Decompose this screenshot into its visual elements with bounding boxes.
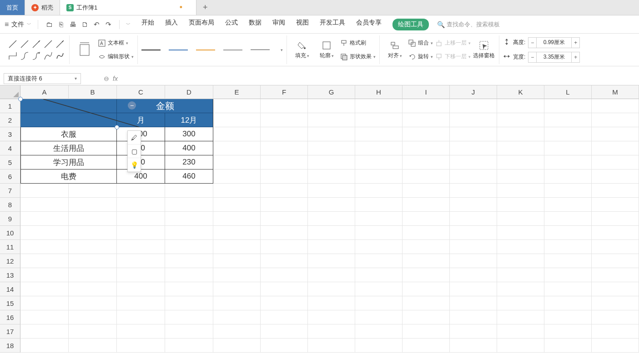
cell-empty[interactable]: [592, 113, 639, 127]
height-dec[interactable]: −: [528, 38, 537, 48]
tab-add-button[interactable]: +: [196, 0, 214, 15]
line-tool-1[interactable]: [7, 39, 18, 50]
menu-page-layout[interactable]: 页面布局: [189, 19, 214, 30]
name-box-dropdown-icon[interactable]: ▾: [75, 76, 77, 81]
qat-customize-icon[interactable]: ﹀: [126, 21, 131, 28]
col-header-G[interactable]: G: [308, 85, 355, 99]
cell-month11[interactable]: 月: [117, 113, 165, 127]
cell-empty[interactable]: [592, 198, 639, 212]
file-menu[interactable]: 文件: [11, 20, 24, 29]
cell-empty[interactable]: [213, 240, 261, 254]
cell-empty[interactable]: [69, 339, 117, 353]
menu-insert[interactable]: 插入: [165, 19, 178, 30]
cell-empty[interactable]: [20, 226, 69, 240]
cell-empty[interactable]: [355, 184, 403, 198]
cell-empty[interactable]: [450, 254, 497, 268]
cell-empty[interactable]: [117, 296, 165, 310]
cell-empty[interactable]: [403, 240, 450, 254]
cell-empty[interactable]: [592, 339, 639, 353]
selection-pane-button[interactable]: 选择窗格: [473, 40, 495, 60]
cell-empty[interactable]: [308, 296, 355, 310]
collapse-badge-icon[interactable]: −: [128, 101, 136, 110]
row-header-5[interactable]: 5: [0, 155, 20, 170]
cell-empty[interactable]: [308, 282, 355, 296]
cell-empty[interactable]: [355, 212, 403, 226]
cell-empty[interactable]: [308, 170, 355, 184]
cell-empty[interactable]: [592, 99, 639, 113]
text-box-button[interactable]: A 文本框 ▾: [98, 37, 134, 49]
row-header-15[interactable]: 15: [0, 296, 20, 310]
cell-empty[interactable]: [261, 296, 308, 310]
cell-empty[interactable]: [20, 339, 69, 353]
cell-empty[interactable]: [261, 324, 308, 339]
height-inc[interactable]: +: [571, 38, 579, 48]
cell-empty[interactable]: [308, 226, 355, 240]
print-direct-icon[interactable]: 🗋: [80, 20, 89, 29]
cell-empty[interactable]: [403, 282, 450, 296]
cell-A2B2[interactable]: [20, 113, 117, 127]
cell-empty[interactable]: [544, 240, 592, 254]
cell-empty[interactable]: [213, 141, 261, 155]
cell-empty[interactable]: [497, 324, 544, 339]
cell-empty[interactable]: [403, 268, 450, 282]
cell-empty[interactable]: [592, 184, 639, 198]
width-dec[interactable]: −: [528, 52, 537, 62]
cell-empty[interactable]: [403, 184, 450, 198]
cell-empty[interactable]: [165, 268, 213, 282]
row-header-9[interactable]: 9: [0, 212, 20, 226]
cell-empty[interactable]: [20, 184, 69, 198]
cell-empty[interactable]: [403, 127, 450, 141]
cell-empty[interactable]: [450, 282, 497, 296]
cell-empty[interactable]: [213, 310, 261, 324]
cell-empty[interactable]: [117, 324, 165, 339]
cell-empty[interactable]: [355, 127, 403, 141]
cell-empty[interactable]: [261, 113, 308, 127]
cell-empty[interactable]: [213, 99, 261, 113]
cell-empty[interactable]: [403, 310, 450, 324]
formula-input[interactable]: [122, 73, 635, 84]
cell-empty[interactable]: [403, 339, 450, 353]
cell-empty[interactable]: [213, 113, 261, 127]
cell-empty[interactable]: [592, 170, 639, 184]
cell-empty[interactable]: [213, 198, 261, 212]
cell-empty[interactable]: [20, 324, 69, 339]
cell-empty[interactable]: [403, 296, 450, 310]
cell-empty[interactable]: [165, 226, 213, 240]
line-tool-3[interactable]: [31, 39, 42, 50]
cell-empty[interactable]: [165, 184, 213, 198]
cell-empty[interactable]: [450, 141, 497, 155]
cell-empty[interactable]: [355, 240, 403, 254]
cell-empty[interactable]: [308, 184, 355, 198]
menu-data[interactable]: 数据: [249, 19, 262, 30]
tab-home[interactable]: 首页: [0, 0, 25, 15]
cell-empty[interactable]: [308, 198, 355, 212]
cell-empty[interactable]: [544, 99, 592, 113]
cell-empty[interactable]: [165, 324, 213, 339]
cell-row4-d[interactable]: 460: [165, 170, 213, 184]
cell-empty[interactable]: [450, 155, 497, 170]
width-input[interactable]: − 3.35厘米 +: [528, 52, 580, 63]
align-button[interactable]: 对齐▾: [383, 40, 406, 60]
line-style-black[interactable]: [141, 50, 161, 50]
cell-empty[interactable]: [497, 113, 544, 127]
cell-empty[interactable]: [117, 184, 165, 198]
col-header-A[interactable]: A: [20, 85, 69, 99]
cell-empty[interactable]: [403, 170, 450, 184]
cell-empty[interactable]: [544, 170, 592, 184]
cell-row3-d[interactable]: 230: [165, 155, 213, 170]
cell-row1-label[interactable]: 衣服: [20, 127, 117, 141]
cell-empty[interactable]: [165, 339, 213, 353]
cell-empty[interactable]: [308, 310, 355, 324]
cell-empty[interactable]: [165, 282, 213, 296]
menu-member[interactable]: 会员专享: [356, 19, 382, 30]
cell-empty[interactable]: [20, 212, 69, 226]
cell-empty[interactable]: [592, 324, 639, 339]
rotate-button[interactable]: 旋转 ▾: [408, 51, 433, 63]
cell-empty[interactable]: [497, 170, 544, 184]
cell-empty[interactable]: [544, 268, 592, 282]
row-header-7[interactable]: 7: [0, 184, 20, 198]
cell-empty[interactable]: [355, 310, 403, 324]
cell-empty[interactable]: [308, 324, 355, 339]
line-tool-2[interactable]: [19, 39, 30, 50]
cell-empty[interactable]: [117, 240, 165, 254]
